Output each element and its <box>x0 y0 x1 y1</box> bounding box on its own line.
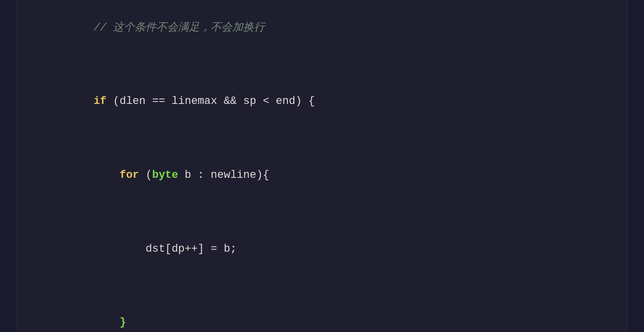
code-line-8: for (byte b : newline){ <box>41 166 603 184</box>
code-container: private int encode0(byte[] src, int off,… <box>16 0 628 332</box>
code-line-6: // 这个条件不会满足，不会加换行 <box>41 19 603 37</box>
code-line-10: } <box>41 313 603 332</box>
code-line-9: dst[dp++] = b; <box>41 240 603 258</box>
code-block: private int encode0(byte[] src, int off,… <box>41 0 603 332</box>
code-line-7: if (dlen == linemax && sp < end) { <box>41 92 603 110</box>
